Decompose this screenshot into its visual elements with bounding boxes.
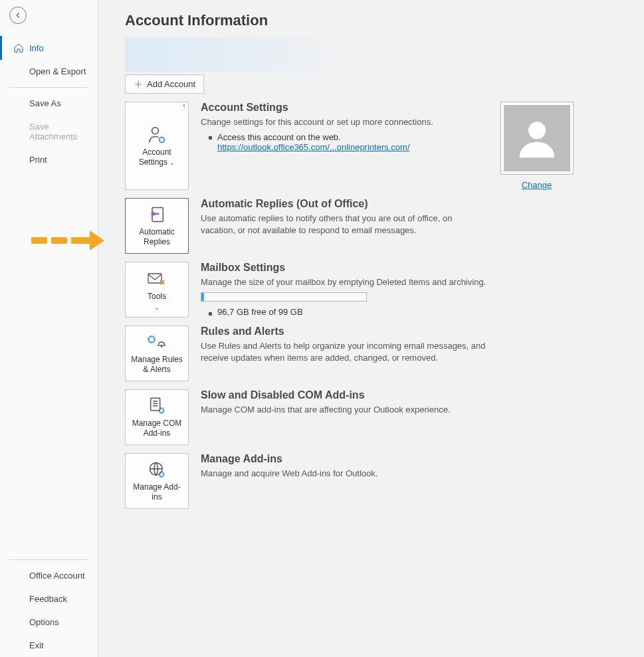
section-com-addins: Manage COM Add-ins Slow and Disabled COM… xyxy=(125,389,624,445)
sidebar-item-label: Save As xyxy=(13,98,61,108)
tile-account-settings[interactable]: ‹ Account Settings ⌄ xyxy=(125,102,189,190)
sidebar-item-exit[interactable]: Exit xyxy=(0,634,98,657)
sidebar-item-info[interactable]: Info xyxy=(0,36,98,60)
section-desc: Manage the size of your mailbox by empty… xyxy=(201,276,486,288)
add-account-button[interactable]: Add Account xyxy=(125,74,204,94)
section-desc: Change settings for this account or set … xyxy=(201,116,486,128)
divider xyxy=(9,87,88,88)
sidebar-item-label: Info xyxy=(29,43,44,53)
sidebar-item-open-export[interactable]: Open & Export xyxy=(0,60,98,83)
tile-label: Tools xyxy=(148,292,166,302)
section-desc: Use Rules and Alerts to help organize yo… xyxy=(201,340,486,364)
section-account-settings: ‹ Account Settings ⌄ Account Settings Ch… xyxy=(125,102,624,190)
section-body: Account Settings Change settings for thi… xyxy=(201,102,486,190)
section-desc: Manage and acquire Web Add-ins for Outlo… xyxy=(201,468,486,480)
tile-label: Manage Add-ins xyxy=(128,482,185,502)
tile-label: Account Settings ⌄ xyxy=(128,147,185,167)
com-addins-icon xyxy=(146,396,168,416)
bullet-row: Access this account on the web. https://… xyxy=(201,132,486,152)
sidebar-item-options[interactable]: Options xyxy=(0,610,98,634)
section-rules-alerts: Manage Rules & Alerts Rules and Alerts U… xyxy=(125,326,624,381)
section-body: Slow and Disabled COM Add-ins Manage COM… xyxy=(201,389,486,445)
section-body: Manage Add-ins Manage and acquire Web Ad… xyxy=(201,453,486,509)
tile-label: Manage COM Add-ins xyxy=(128,419,185,438)
section-manage-addins: Manage Add-ins Manage Add-ins Manage and… xyxy=(125,453,624,509)
sidebar-item-save-as[interactable]: Save As xyxy=(0,92,98,115)
chevron-down-icon: ⌄ xyxy=(154,304,160,311)
bullet-icon xyxy=(209,312,212,316)
sidebar-item-label: Office Account xyxy=(13,571,85,581)
section-desc: Use automatic replies to notify others t… xyxy=(201,213,486,236)
section-heading: Automatic Replies (Out of Office) xyxy=(201,198,486,210)
section-heading: Mailbox Settings xyxy=(201,262,486,274)
storage-text: 96,7 GB free of 99 GB xyxy=(217,307,303,317)
sidebar-item-label: Print xyxy=(13,155,47,165)
section-body: Rules and Alerts Use Rules and Alerts to… xyxy=(201,326,486,381)
section-heading: Account Settings xyxy=(201,102,486,114)
section-heading: Rules and Alerts xyxy=(201,326,486,337)
storage-progress xyxy=(201,292,367,302)
auto-reply-icon xyxy=(146,205,168,225)
tile-tools[interactable]: Tools ⌄ xyxy=(125,262,189,318)
sidebar-item-label: Feedback xyxy=(13,594,67,604)
avatar-column: Change xyxy=(498,102,575,190)
tile-automatic-replies[interactable]: Automatic Replies xyxy=(125,198,189,254)
sidebar-item-label: Save Attachments xyxy=(13,122,91,141)
owa-link[interactable]: https://outlook.office365.com/...onlinep… xyxy=(217,142,410,152)
svg-point-2 xyxy=(528,122,545,139)
chevron-down-icon: ⌄ xyxy=(169,159,175,166)
tile-manage-addins[interactable]: Manage Add-ins xyxy=(125,453,189,509)
storage-progress-fill xyxy=(201,293,204,301)
main-content: Account Information Add Account ‹ Accoun… xyxy=(98,0,644,657)
sidebar-item-office-account[interactable]: Office Account xyxy=(0,564,98,587)
svg-rect-7 xyxy=(151,398,160,411)
sidebar: Info Open & Export Save As Save Attachme… xyxy=(0,0,98,657)
svg-rect-4 xyxy=(148,274,161,283)
tile-manage-rules[interactable]: Manage Rules & Alerts xyxy=(125,326,189,381)
tile-label: Manage Rules & Alerts xyxy=(128,355,185,375)
person-gear-icon xyxy=(146,125,168,145)
sidebar-item-label: Exit xyxy=(13,640,44,650)
svg-point-0 xyxy=(152,127,159,134)
divider xyxy=(9,559,88,560)
section-body: Mailbox Settings Manage the size of your… xyxy=(201,262,486,318)
avatar xyxy=(500,102,574,175)
home-icon xyxy=(13,43,24,53)
tile-label: Automatic Replies xyxy=(128,227,185,247)
page-title: Account Information xyxy=(125,12,624,29)
rules-alerts-icon xyxy=(146,332,168,352)
arrow-left-icon xyxy=(13,11,23,20)
web-addins-icon xyxy=(146,460,168,480)
section-automatic-replies: Automatic Replies Automatic Replies (Out… xyxy=(125,198,624,254)
svg-point-6 xyxy=(161,346,162,347)
section-mailbox-settings: Tools ⌄ Mailbox Settings Manage the size… xyxy=(125,262,624,318)
plus-icon xyxy=(134,80,143,89)
bullet-text: Access this account on the web. xyxy=(217,132,410,142)
change-photo-link[interactable]: Change xyxy=(522,180,552,190)
mailbox-tools-icon xyxy=(146,269,168,289)
section-heading: Manage Add-ins xyxy=(201,453,486,465)
add-account-label: Add Account xyxy=(147,79,195,89)
collapse-caret-icon[interactable]: ‹ xyxy=(179,102,189,111)
section-heading: Slow and Disabled COM Add-ins xyxy=(201,389,486,401)
sidebar-item-label: Open & Export xyxy=(13,66,86,76)
back-button[interactable] xyxy=(9,7,27,24)
sidebar-item-feedback[interactable]: Feedback xyxy=(0,587,98,610)
sidebar-item-label: Options xyxy=(13,617,59,627)
bullet-icon xyxy=(209,136,212,140)
tile-manage-com-addins[interactable]: Manage COM Add-ins xyxy=(125,389,189,445)
account-banner xyxy=(125,37,517,72)
sidebar-item-save-attachments: Save Attachments xyxy=(0,115,98,148)
section-desc: Manage COM add-ins that are affecting yo… xyxy=(201,404,486,416)
sidebar-item-print[interactable]: Print xyxy=(0,148,98,171)
person-placeholder-icon xyxy=(514,115,560,161)
section-body: Automatic Replies (Out of Office) Use au… xyxy=(201,198,486,254)
